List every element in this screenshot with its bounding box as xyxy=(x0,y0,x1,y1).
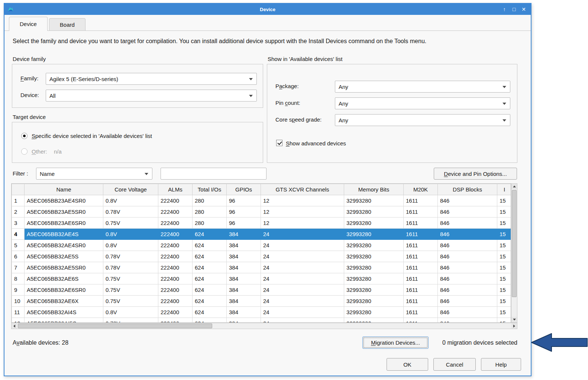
available-devices-table-area: Name Core Voltage ALMs Total I/Os GPIOs … xyxy=(11,183,517,329)
ok-button[interactable]: OK xyxy=(387,358,428,371)
other-device-radio-label: Other: xyxy=(32,148,47,155)
scroll-up-button[interactable] xyxy=(511,184,517,189)
core-speed-grade-dropdown[interactable]: Any xyxy=(335,114,510,126)
chevron-down-icon xyxy=(249,78,253,80)
cell-dsp: 846 xyxy=(438,195,497,206)
cell-voltage: 0.8V xyxy=(103,307,158,318)
available-devices-count: Available devices: 28 xyxy=(13,339,68,346)
cell-mem: 32993280 xyxy=(344,218,404,229)
header-core-voltage[interactable]: Core Voltage xyxy=(103,184,158,195)
cell-m20k: 1611 xyxy=(404,273,438,284)
maximize-window-button[interactable]: □ xyxy=(509,4,519,14)
device-row[interactable]: 6 A5EC065BB32AE5S 0.78V 222400 624 384 2… xyxy=(12,251,511,262)
device-family-section-title: Device family xyxy=(13,56,46,62)
filter-text-input[interactable] xyxy=(161,168,266,180)
header-gts-xcvr[interactable]: GTS XCVR Channels xyxy=(261,184,344,195)
titlebar[interactable]: Device ↑ □ ✕ xyxy=(4,4,531,15)
cell-extra: 15 xyxy=(497,284,511,296)
device-row[interactable]: 9 A5EC065BB32AE6SR0 0.75V 222400 624 384… xyxy=(12,284,511,296)
cell-mem: 32993280 xyxy=(344,206,404,218)
cell-m20k: 1611 xyxy=(404,218,438,229)
device-row[interactable]: 5 A5EC065BB32AE4SR0 0.8V 222400 624 384 … xyxy=(12,240,511,251)
cell-alms: 222400 xyxy=(158,206,193,218)
header-truncated[interactable]: I xyxy=(497,184,511,195)
cell-alms: 222400 xyxy=(158,229,193,240)
device-row[interactable]: 8 A5EC065BB32AE6S 0.75V 222400 624 384 2… xyxy=(12,273,511,284)
device-dropdown-value: All xyxy=(49,93,56,99)
tab-board[interactable]: Board xyxy=(49,18,85,30)
cell-gpios: 384 xyxy=(227,229,261,240)
close-window-button[interactable]: ✕ xyxy=(519,4,529,14)
header-m20k[interactable]: M20K xyxy=(404,184,438,195)
show-advanced-devices-checkbox[interactable] xyxy=(276,140,282,146)
device-row[interactable]: 10 A5EC065BB32AE6X 0.75V 222400 624 384 … xyxy=(12,296,511,307)
cell-mem: 32993280 xyxy=(344,307,404,318)
cell-voltage: 0.8V xyxy=(103,240,158,251)
restore-window-button[interactable]: ↑ xyxy=(500,4,509,14)
header-name[interactable]: Name xyxy=(25,184,103,195)
cell-extra: 15 xyxy=(497,307,511,318)
specific-device-radio[interactable] xyxy=(21,133,28,139)
device-row[interactable]: 7 A5EC065BB32AE5SR0 0.78V 222400 624 384… xyxy=(12,262,511,273)
core-speed-grade-dropdown-value: Any xyxy=(339,117,348,123)
scroll-down-button[interactable] xyxy=(511,317,517,322)
migration-devices-button[interactable]: Migration Devices... xyxy=(362,336,429,349)
filter-type-dropdown-value: Name xyxy=(40,171,55,177)
device-row[interactable]: 3 A5EC065BB23AE6SR0 0.75V 222400 280 96 … xyxy=(12,218,511,229)
table-horizontal-scrollbar[interactable] xyxy=(11,323,517,329)
filter-label: Filter : xyxy=(13,170,28,177)
cell-extra: 15 xyxy=(497,251,511,262)
cell-ios: 280 xyxy=(193,218,227,229)
device-row[interactable]: 11 A5EC065BB32AI4S 0.8V 222400 624 384 2… xyxy=(12,307,511,318)
row-number: 10 xyxy=(12,296,25,307)
cell-alms: 222400 xyxy=(158,296,193,307)
device-dropdown[interactable]: All xyxy=(46,90,257,102)
header-total-ios[interactable]: Total I/Os xyxy=(193,184,227,195)
cancel-button[interactable]: Cancel xyxy=(433,358,476,371)
device-row[interactable]: 2 A5EC065BB23AE5SR0 0.78V 222400 280 96 … xyxy=(12,206,511,218)
table-vertical-scrollbar[interactable] xyxy=(511,183,517,323)
device-row[interactable]: 1 A5EC065BB23AE4SR0 0.8V 222400 280 96 1… xyxy=(12,195,511,206)
row-number: 11 xyxy=(12,307,25,318)
cell-extra: 15 xyxy=(497,318,511,323)
cell-dsp: 846 xyxy=(438,218,497,229)
cell-ios: 624 xyxy=(193,284,227,296)
chevron-down-icon xyxy=(503,119,506,122)
filter-type-dropdown[interactable]: Name xyxy=(36,168,152,180)
scroll-right-button[interactable] xyxy=(511,323,517,329)
cell-extra: 15 xyxy=(497,218,511,229)
header-memory-bits[interactable]: Memory Bits xyxy=(344,184,404,195)
cell-m20k: 1611 xyxy=(404,284,438,296)
pin-count-dropdown[interactable]: Any xyxy=(335,97,510,109)
cell-name: A5EC065BB32AE4S xyxy=(25,229,103,240)
scroll-left-button[interactable] xyxy=(12,323,17,329)
help-button[interactable]: Help xyxy=(481,358,521,371)
family-dropdown-value: Agilex 5 (E-Series/D-series) xyxy=(49,76,118,82)
cell-dsp: 846 xyxy=(438,262,497,273)
cell-m20k: 1611 xyxy=(404,318,438,323)
tab-device[interactable]: Device xyxy=(9,17,48,31)
cell-mem: 32993280 xyxy=(344,273,404,284)
family-dropdown[interactable]: Agilex 5 (E-Series/D-series) xyxy=(46,73,257,85)
pin-count-label: Pin count: xyxy=(275,100,300,106)
header-dsp-blocks[interactable]: DSP Blocks xyxy=(438,184,497,195)
cell-dsp: 846 xyxy=(438,273,497,284)
cell-voltage: 0.78V xyxy=(103,206,158,218)
header-alms[interactable]: ALMs xyxy=(158,184,193,195)
chevron-down-icon xyxy=(503,86,506,88)
package-dropdown[interactable]: Any xyxy=(335,81,510,93)
device-row-clipped[interactable]: 12 A5EC065BB32AI5S 0.78V 222400 624 384 … xyxy=(12,318,511,323)
vertical-scroll-thumb[interactable] xyxy=(512,190,517,297)
header-gpios[interactable]: GPIOs xyxy=(227,184,261,195)
device-family-groupbox: Family: Agilex 5 (E-Series/D-series) Dev… xyxy=(12,64,263,108)
cell-dsp: 846 xyxy=(438,307,497,318)
chevron-down-icon xyxy=(249,95,253,97)
device-and-pin-options-button[interactable]: Device and Pin Options... xyxy=(434,168,517,180)
header-row-number xyxy=(12,184,25,195)
cell-name: A5EC065BB32AE6SR0 xyxy=(25,284,103,296)
cell-dsp: 846 xyxy=(438,296,497,307)
horizontal-scroll-thumb[interactable] xyxy=(18,323,212,328)
cell-dsp: 846 xyxy=(438,240,497,251)
device-row-selected[interactable]: 4 A5EC065BB32AE4S 0.8V 222400 624 384 24… xyxy=(12,229,511,240)
cell-gpios: 96 xyxy=(227,218,261,229)
